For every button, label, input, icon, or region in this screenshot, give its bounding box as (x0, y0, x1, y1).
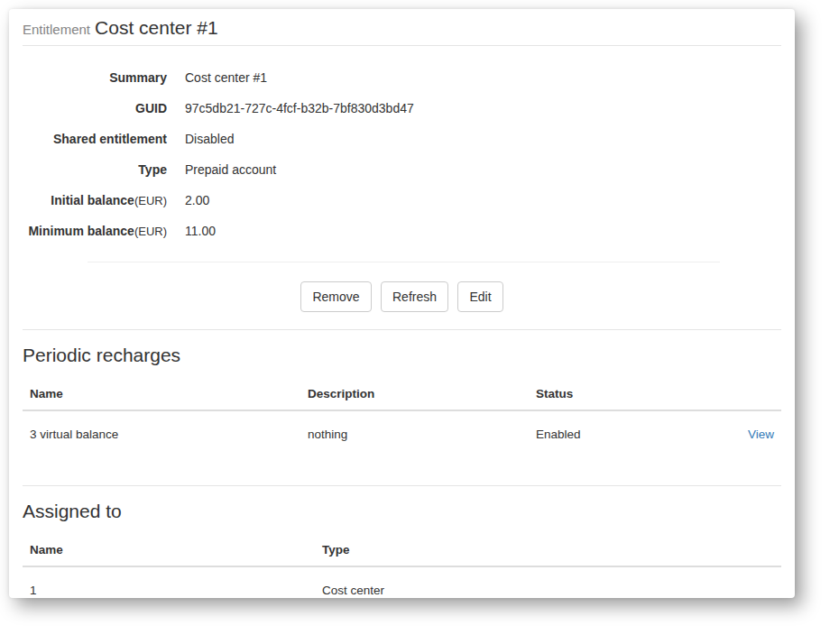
table-row: 1 Cost center (23, 566, 781, 598)
detail-label: Minimum balance (28, 224, 134, 238)
remove-button[interactable]: Remove (300, 281, 371, 312)
assigned-type-cell: Cost center (315, 566, 781, 598)
recharge-description-cell: nothing (300, 410, 529, 450)
page-title: Cost center #1 (95, 17, 218, 38)
detail-label: GUID (135, 101, 167, 115)
detail-row-minimum-balance: Minimum balance(EUR) 11.00 (23, 222, 781, 241)
table-header-row: Name Description Status (23, 379, 781, 410)
detail-row-guid: GUID 97c5db21-727c-4fcf-b32b-7bf830d3bd4… (23, 99, 781, 118)
assigned-to-table: Name Type 1 Cost center (23, 535, 781, 598)
edit-button[interactable]: Edit (457, 281, 502, 312)
detail-value: Disabled (185, 130, 234, 149)
assigned-to-title: Assigned to (23, 501, 781, 522)
view-link[interactable]: View (748, 428, 774, 441)
detail-label-suffix: (EUR) (134, 225, 167, 238)
detail-value: 2.00 (185, 191, 209, 210)
column-header-type: Type (315, 535, 781, 566)
detail-row-summary: Summary Cost center #1 (23, 69, 781, 87)
page-pretitle: Entitlement (23, 22, 90, 37)
periodic-recharges-title: Periodic recharges (23, 345, 781, 366)
table-row: 3 virtual balance nothing Enabled View (23, 410, 781, 450)
entitlement-detail-card: EntitlementCost center #1 Summary Cost c… (9, 9, 795, 598)
assigned-name-cell: 1 (23, 566, 315, 598)
detail-value: Prepaid account (185, 161, 276, 179)
detail-label: Summary (109, 70, 167, 85)
action-buttons: Remove Refresh Edit (23, 281, 781, 312)
detail-value: 11.00 (185, 222, 216, 241)
detail-row-type: Type Prepaid account (23, 161, 781, 179)
detail-row-initial-balance: Initial balance(EUR) 2.00 (23, 191, 781, 210)
column-header-name: Name (23, 535, 315, 566)
column-header-description: Description (300, 379, 529, 410)
section-divider (23, 485, 781, 486)
form-divider (88, 262, 720, 262)
recharge-status-cell: Enabled (529, 410, 713, 450)
detail-row-shared-entitlement: Shared entitlement Disabled (23, 130, 781, 149)
section-divider (23, 329, 781, 330)
page-header: EntitlementCost center #1 (23, 16, 781, 46)
detail-value: Cost center #1 (185, 69, 267, 87)
column-header-name: Name (23, 379, 300, 410)
table-header-row: Name Type (23, 535, 781, 566)
detail-label-suffix: (EUR) (134, 194, 167, 207)
refresh-button[interactable]: Refresh (381, 281, 448, 312)
detail-label: Shared entitlement (53, 132, 167, 146)
column-header-actions (713, 379, 781, 410)
periodic-recharges-table: Name Description Status 3 virtual balanc… (23, 379, 781, 450)
detail-label: Initial balance (51, 193, 134, 207)
column-header-status: Status (529, 379, 713, 410)
detail-value: 97c5db21-727c-4fcf-b32b-7bf830d3bd47 (185, 99, 414, 118)
detail-label: Type (138, 162, 167, 177)
entitlement-details: Summary Cost center #1 GUID 97c5db21-727… (23, 69, 781, 241)
recharge-name-cell: 3 virtual balance (23, 410, 300, 450)
